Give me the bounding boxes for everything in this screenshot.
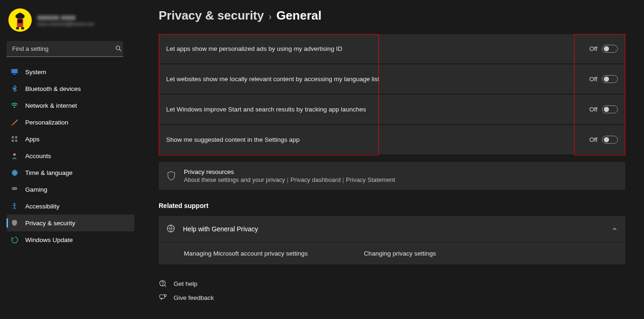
profile-block[interactable]: xxxxxx xxxx xxxx.xxxxxxx@xxxxx.xxx (7, 7, 134, 39)
system-icon (10, 68, 19, 76)
toggle-state: Off (589, 106, 597, 113)
svg-rect-10 (11, 125, 14, 126)
general-toggle-list: Let apps show me personalized ads by usi… (159, 34, 625, 155)
related-support-heading: Related support (159, 202, 625, 209)
search-wrap (7, 41, 130, 57)
footer-links: Get help Give feedback (159, 277, 625, 305)
globe-help-icon (166, 224, 175, 235)
expander-body: Managing Microsoft account privacy setti… (159, 242, 625, 264)
profile-email: xxxx.xxxxxxx@xxxxx.xxx (37, 21, 94, 27)
svg-point-18 (13, 188, 14, 189)
toggle-switch[interactable] (602, 136, 618, 144)
svg-point-23 (162, 285, 163, 285)
svg-rect-7 (11, 69, 18, 73)
toggle-switch[interactable] (602, 45, 618, 53)
link-manage-account-privacy[interactable]: Managing Microsoft account privacy setti… (184, 250, 308, 257)
svg-rect-4 (21, 27, 24, 29)
sidebar-item-label: Privacy & security (25, 220, 75, 227)
toggle-state: Off (589, 136, 597, 143)
card-subtitle: About these settings and your privacy|Pr… (184, 176, 395, 183)
svg-rect-11 (12, 136, 14, 139)
sidebar-item-label: Windows Update (25, 236, 73, 243)
link-change-privacy-settings[interactable]: Changing privacy settings (364, 250, 436, 257)
svg-line-6 (119, 49, 121, 51)
toggle-state: Off (589, 45, 597, 52)
svg-point-19 (15, 188, 16, 189)
sidebar-item-accounts[interactable]: Accounts (7, 147, 134, 164)
toggle-row-track-launches: Let Windows improve Start and search res… (159, 95, 625, 125)
svg-rect-8 (13, 74, 16, 75)
shield-icon (10, 219, 19, 227)
card-title: Privacy resources (184, 168, 395, 175)
svg-rect-17 (12, 187, 17, 190)
svg-rect-3 (16, 27, 19, 29)
get-help-link[interactable]: Get help (159, 277, 625, 291)
avatar-image-icon (12, 11, 28, 29)
avatar (8, 8, 32, 32)
shield-outline-icon (166, 171, 176, 181)
sidebar-item-label: System (25, 69, 46, 76)
expander-title: Help with General Privacy (183, 225, 258, 233)
privacy-resources-card[interactable]: Privacy resources About these settings a… (159, 162, 625, 190)
svg-point-20 (14, 203, 15, 204)
toggle-switch[interactable] (602, 105, 618, 113)
person-icon (10, 152, 19, 160)
search-input[interactable] (7, 41, 123, 57)
sidebar-item-accessibility[interactable]: Accessibility (7, 198, 134, 215)
wifi-icon (10, 101, 19, 110)
link-privacy-statement[interactable]: Privacy Statement (346, 176, 395, 183)
sidebar-item-system[interactable]: System (7, 63, 134, 80)
globe-clock-icon (10, 168, 19, 177)
svg-rect-13 (12, 139, 14, 142)
breadcrumb-parent[interactable]: Privacy & security (159, 8, 264, 23)
help-expander: Help with General Privacy Managing Micro… (159, 216, 625, 264)
sidebar-item-label: Time & language (25, 169, 73, 176)
sidebar-item-label: Bluetooth & devices (25, 85, 81, 92)
sidebar-item-time[interactable]: Time & language (7, 164, 134, 181)
sidebar-item-personalization[interactable]: Personalization (7, 114, 134, 131)
toggle-row-language-list: Let websites show me locally relevant co… (159, 64, 625, 95)
profile-text: xxxxxx xxxx xxxx.xxxxxxx@xxxxx.xxx (37, 14, 94, 27)
expander-header[interactable]: Help with General Privacy (159, 216, 625, 242)
give-feedback-link[interactable]: Give feedback (159, 291, 625, 305)
svg-point-15 (13, 153, 15, 156)
accessibility-icon (10, 202, 19, 210)
chevron-up-icon (611, 226, 618, 232)
nav: System Bluetooth & devices Network & int… (7, 63, 134, 248)
toggle-label: Show me suggested content in the Setting… (166, 136, 300, 143)
sidebar-item-label: Apps (25, 136, 40, 143)
main: Privacy & security › General Let apps sh… (140, 0, 644, 319)
link-about-settings[interactable]: About these settings and your privacy (184, 176, 285, 183)
svg-rect-14 (15, 139, 17, 142)
sidebar-item-bluetooth[interactable]: Bluetooth & devices (7, 80, 134, 97)
sidebar-item-apps[interactable]: Apps (7, 131, 134, 147)
sidebar-item-privacy[interactable]: Privacy & security (7, 215, 134, 231)
link-privacy-dashboard[interactable]: Privacy dashboard (290, 176, 341, 183)
sidebar-item-gaming[interactable]: Gaming (7, 181, 134, 198)
page-title: General (276, 8, 322, 23)
apps-icon (10, 135, 19, 143)
sidebar-item-label: Personalization (25, 119, 68, 126)
sidebar-item-update[interactable]: Windows Update (7, 231, 134, 248)
svg-rect-12 (15, 136, 17, 139)
breadcrumb-separator: › (268, 11, 272, 22)
update-icon (10, 236, 19, 244)
help-icon (159, 279, 167, 288)
brush-icon (10, 118, 19, 126)
get-help-label: Get help (174, 280, 197, 287)
toggle-label: Let apps show me personalized ads by usi… (166, 45, 342, 52)
gamepad-icon (10, 185, 19, 194)
sidebar-item-label: Gaming (25, 186, 47, 193)
toggle-row-advertising-id: Let apps show me personalized ads by usi… (159, 34, 625, 64)
sidebar-item-label: Network & internet (25, 102, 77, 109)
sidebar-item-label: Accessibility (25, 203, 60, 210)
toggle-row-suggested-content: Show me suggested content in the Setting… (159, 125, 625, 155)
profile-name: xxxxxx xxxx (37, 14, 94, 21)
svg-point-5 (116, 46, 120, 50)
toggle-switch[interactable] (602, 75, 618, 83)
sidebar-item-label: Accounts (25, 153, 51, 160)
toggle-state: Off (589, 76, 597, 83)
toggle-label: Let Windows improve Start and search res… (166, 106, 366, 113)
bluetooth-icon (10, 84, 19, 93)
sidebar-item-network[interactable]: Network & internet (7, 97, 134, 114)
